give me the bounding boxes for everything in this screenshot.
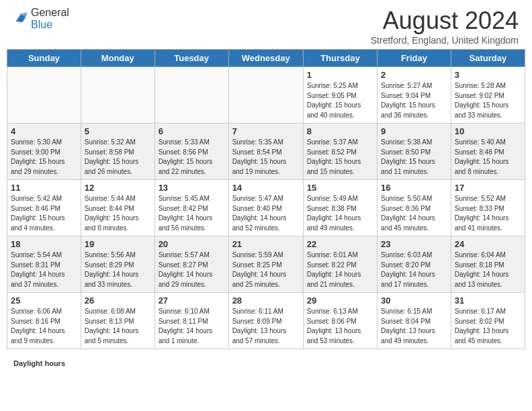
table-row: 21Sunrise: 5:59 AM Sunset: 8:25 PM Dayli… bbox=[228, 236, 303, 293]
table-row: 7Sunrise: 5:35 AM Sunset: 8:54 PM Daylig… bbox=[228, 124, 303, 180]
day-number: 19 bbox=[85, 239, 151, 249]
day-number: 1 bbox=[307, 70, 373, 80]
table-row: 12Sunrise: 5:44 AM Sunset: 8:44 PM Dayli… bbox=[81, 180, 154, 236]
table-row: 28Sunrise: 6:11 AM Sunset: 8:09 PM Dayli… bbox=[228, 293, 303, 349]
footer: Daylight hours bbox=[0, 356, 532, 373]
day-info: Sunrise: 5:49 AM Sunset: 8:38 PM Dayligh… bbox=[307, 194, 373, 233]
logo-bird-icon bbox=[13, 11, 28, 26]
day-info: Sunrise: 5:28 AM Sunset: 9:02 PM Dayligh… bbox=[455, 81, 521, 120]
col-wednesday: Wednesday bbox=[228, 50, 303, 67]
table-row: 29Sunrise: 6:13 AM Sunset: 8:06 PM Dayli… bbox=[303, 293, 377, 349]
day-number: 10 bbox=[455, 126, 521, 136]
table-row: 2Sunrise: 5:27 AM Sunset: 9:04 PM Daylig… bbox=[378, 67, 451, 124]
title-area: August 2024 Stretford, England, United K… bbox=[371, 7, 519, 46]
table-row: 18Sunrise: 5:54 AM Sunset: 8:31 PM Dayli… bbox=[7, 236, 81, 293]
calendar-week-row: 18Sunrise: 5:54 AM Sunset: 8:31 PM Dayli… bbox=[7, 236, 525, 293]
table-row: 15Sunrise: 5:49 AM Sunset: 8:38 PM Dayli… bbox=[303, 180, 377, 236]
table-row: 4Sunrise: 5:30 AM Sunset: 9:00 PM Daylig… bbox=[7, 124, 81, 180]
table-row: 9Sunrise: 5:38 AM Sunset: 8:50 PM Daylig… bbox=[378, 124, 451, 180]
day-number: 30 bbox=[381, 295, 447, 306]
day-number: 6 bbox=[159, 126, 225, 136]
day-number: 25 bbox=[11, 295, 77, 306]
logo-blue-text: Blue bbox=[31, 19, 52, 30]
day-number: 18 bbox=[11, 239, 77, 249]
table-row: 6Sunrise: 5:33 AM Sunset: 8:56 PM Daylig… bbox=[154, 124, 228, 180]
col-tuesday: Tuesday bbox=[154, 50, 228, 67]
table-row: 27Sunrise: 6:10 AM Sunset: 8:11 PM Dayli… bbox=[154, 293, 228, 349]
day-number: 3 bbox=[455, 70, 521, 80]
table-row: 8Sunrise: 5:37 AM Sunset: 8:52 PM Daylig… bbox=[303, 124, 377, 180]
table-row: 22Sunrise: 6:01 AM Sunset: 8:22 PM Dayli… bbox=[303, 236, 377, 293]
table-row bbox=[228, 67, 303, 124]
calendar-week-row: 4Sunrise: 5:30 AM Sunset: 9:00 PM Daylig… bbox=[7, 124, 525, 180]
day-number: 17 bbox=[455, 183, 521, 193]
logo-general-text: General bbox=[31, 7, 69, 18]
day-number: 28 bbox=[232, 295, 300, 306]
day-info: Sunrise: 5:54 AM Sunset: 8:31 PM Dayligh… bbox=[11, 250, 77, 289]
day-number: 11 bbox=[11, 183, 77, 193]
day-info: Sunrise: 5:52 AM Sunset: 8:33 PM Dayligh… bbox=[455, 194, 521, 233]
table-row: 3Sunrise: 5:28 AM Sunset: 9:02 PM Daylig… bbox=[451, 67, 525, 124]
day-info: Sunrise: 6:13 AM Sunset: 8:06 PM Dayligh… bbox=[307, 307, 373, 346]
day-number: 20 bbox=[159, 239, 225, 249]
col-monday: Monday bbox=[81, 50, 154, 67]
day-number: 12 bbox=[85, 183, 151, 193]
header: General Blue August 2024 Stretford, Engl… bbox=[0, 0, 532, 49]
day-info: Sunrise: 5:38 AM Sunset: 8:50 PM Dayligh… bbox=[381, 138, 447, 177]
day-info: Sunrise: 5:32 AM Sunset: 8:58 PM Dayligh… bbox=[85, 138, 151, 177]
logo-text: General Blue bbox=[31, 7, 69, 31]
day-info: Sunrise: 6:06 AM Sunset: 8:16 PM Dayligh… bbox=[11, 307, 77, 346]
day-info: Sunrise: 5:47 AM Sunset: 8:40 PM Dayligh… bbox=[232, 194, 300, 233]
table-row: 24Sunrise: 6:04 AM Sunset: 8:18 PM Dayli… bbox=[451, 236, 525, 293]
table-row: 31Sunrise: 6:17 AM Sunset: 8:02 PM Dayli… bbox=[451, 293, 525, 349]
calendar-week-row: 1Sunrise: 5:25 AM Sunset: 9:05 PM Daylig… bbox=[7, 67, 525, 124]
table-row: 30Sunrise: 6:15 AM Sunset: 8:04 PM Dayli… bbox=[378, 293, 451, 349]
day-number: 4 bbox=[11, 126, 77, 136]
day-info: Sunrise: 5:59 AM Sunset: 8:25 PM Dayligh… bbox=[232, 250, 300, 289]
calendar-week-row: 25Sunrise: 6:06 AM Sunset: 8:16 PM Dayli… bbox=[7, 293, 525, 349]
table-row bbox=[81, 67, 154, 124]
table-row: 16Sunrise: 5:50 AM Sunset: 8:36 PM Dayli… bbox=[378, 180, 451, 236]
col-thursday: Thursday bbox=[303, 50, 377, 67]
day-info: Sunrise: 5:56 AM Sunset: 8:29 PM Dayligh… bbox=[85, 250, 151, 289]
page-container: General Blue August 2024 Stretford, Engl… bbox=[0, 0, 532, 373]
day-info: Sunrise: 6:04 AM Sunset: 8:18 PM Dayligh… bbox=[455, 250, 521, 289]
table-row: 1Sunrise: 5:25 AM Sunset: 9:05 PM Daylig… bbox=[303, 67, 377, 124]
table-row: 10Sunrise: 5:40 AM Sunset: 8:48 PM Dayli… bbox=[451, 124, 525, 180]
day-info: Sunrise: 5:57 AM Sunset: 8:27 PM Dayligh… bbox=[159, 250, 225, 289]
location-text: Stretford, England, United Kingdom bbox=[371, 35, 519, 46]
day-number: 7 bbox=[232, 126, 300, 136]
col-saturday: Saturday bbox=[451, 50, 525, 67]
day-number: 15 bbox=[307, 183, 373, 193]
calendar-table: Sunday Monday Tuesday Wednesday Thursday… bbox=[7, 49, 525, 349]
table-row: 5Sunrise: 5:32 AM Sunset: 8:58 PM Daylig… bbox=[81, 124, 154, 180]
day-number: 31 bbox=[455, 295, 521, 306]
day-info: Sunrise: 5:30 AM Sunset: 9:00 PM Dayligh… bbox=[11, 138, 77, 177]
day-info: Sunrise: 6:01 AM Sunset: 8:22 PM Dayligh… bbox=[307, 250, 373, 289]
day-info: Sunrise: 5:44 AM Sunset: 8:44 PM Dayligh… bbox=[85, 194, 151, 233]
table-row: 20Sunrise: 5:57 AM Sunset: 8:27 PM Dayli… bbox=[154, 236, 228, 293]
day-number: 27 bbox=[159, 295, 225, 306]
day-info: Sunrise: 5:42 AM Sunset: 8:46 PM Dayligh… bbox=[11, 194, 77, 233]
table-row: 25Sunrise: 6:06 AM Sunset: 8:16 PM Dayli… bbox=[7, 293, 81, 349]
day-number: 8 bbox=[307, 126, 373, 136]
day-info: Sunrise: 5:50 AM Sunset: 8:36 PM Dayligh… bbox=[381, 194, 447, 233]
day-info: Sunrise: 6:03 AM Sunset: 8:20 PM Dayligh… bbox=[381, 250, 447, 289]
day-number: 24 bbox=[455, 239, 521, 249]
day-info: Sunrise: 6:11 AM Sunset: 8:09 PM Dayligh… bbox=[232, 307, 300, 346]
day-number: 22 bbox=[307, 239, 373, 249]
month-year-title: August 2024 bbox=[371, 7, 519, 35]
day-number: 29 bbox=[307, 295, 373, 306]
table-row: 23Sunrise: 6:03 AM Sunset: 8:20 PM Dayli… bbox=[378, 236, 451, 293]
day-number: 14 bbox=[232, 183, 300, 193]
table-row: 17Sunrise: 5:52 AM Sunset: 8:33 PM Dayli… bbox=[451, 180, 525, 236]
day-info: Sunrise: 6:17 AM Sunset: 8:02 PM Dayligh… bbox=[455, 307, 521, 346]
col-sunday: Sunday bbox=[7, 50, 81, 67]
day-info: Sunrise: 5:35 AM Sunset: 8:54 PM Dayligh… bbox=[232, 138, 300, 177]
table-row: 26Sunrise: 6:08 AM Sunset: 8:13 PM Dayli… bbox=[81, 293, 154, 349]
table-row bbox=[7, 67, 81, 124]
day-number: 9 bbox=[381, 126, 447, 136]
day-number: 21 bbox=[232, 239, 300, 249]
day-number: 16 bbox=[381, 183, 447, 193]
logo: General Blue bbox=[13, 7, 69, 31]
